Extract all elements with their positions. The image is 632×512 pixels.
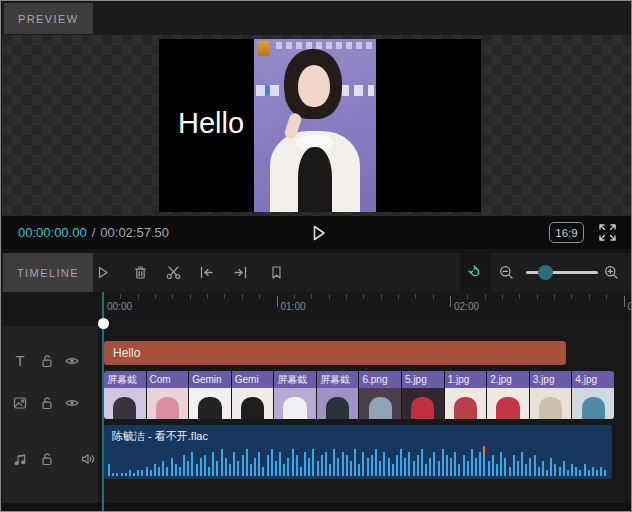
ruler-minor-tick: [415, 294, 416, 299]
zoom-in-button[interactable]: [603, 264, 620, 281]
timeline-tracks: T: [2, 326, 632, 512]
waveform-bar: [262, 467, 264, 476]
image-clip[interactable]: Com: [147, 371, 189, 419]
waveform-bar: [438, 461, 440, 476]
waveform-bar: [116, 473, 118, 476]
image-clip[interactable]: Gemin: [189, 371, 231, 419]
video-frame[interactable]: Hello: [159, 39, 481, 212]
ruler-minor-tick: [606, 294, 607, 299]
waveform-bar: [534, 455, 536, 476]
waveform-bar: [300, 467, 302, 476]
timeline-zoom-slider[interactable]: [526, 271, 598, 274]
waveform-bar: [250, 464, 252, 476]
image-clip[interactable]: 屏幕截: [104, 371, 146, 419]
text-clip[interactable]: Hello: [104, 341, 566, 365]
image-clip-label: 1.jpg: [445, 371, 487, 388]
zoom-out-button[interactable]: [498, 264, 515, 281]
waveform-bar: [500, 452, 502, 476]
waveform-bar: [429, 458, 431, 476]
bookmark-button[interactable]: [268, 264, 285, 281]
image-clip[interactable]: 6.png: [359, 371, 401, 419]
image-clip[interactable]: 2.jpg: [487, 371, 529, 419]
video-editor-window: PREVIEW Hello 00:00:00.00 / 00:0: [0, 0, 632, 512]
waveform-bar: [242, 455, 244, 476]
fullscreen-button[interactable]: [598, 223, 617, 242]
waveform-bar: [287, 458, 289, 476]
timeline-ruler[interactable]: 00:0001:0002:0003:00: [2, 292, 632, 326]
audio-track-mute-toggle[interactable]: [80, 451, 96, 467]
thumbnail-figure: [241, 397, 264, 419]
waveform-bar: [271, 449, 273, 476]
image-clip[interactable]: Gemi: [232, 371, 274, 419]
image-track-visibility-toggle[interactable]: [64, 395, 80, 411]
waveform-bar: [342, 452, 344, 476]
text-track-lock-toggle[interactable]: [39, 353, 55, 369]
image-clip[interactable]: 4.jpg: [572, 371, 614, 419]
preview-tab-label: PREVIEW: [18, 13, 79, 25]
waveform-bar: [467, 461, 469, 476]
image-clip-label: 屏幕截: [317, 371, 359, 388]
waveform-bar: [604, 470, 606, 476]
waveform-bar: [175, 464, 177, 476]
tab-timeline[interactable]: TIMELINE: [3, 253, 93, 292]
ruler-minor-tick: [329, 294, 330, 299]
ruler-minor-tick: [311, 294, 312, 299]
waveform-bar: [154, 464, 156, 476]
audio-track-lock-toggle[interactable]: [39, 451, 55, 467]
scissors-icon: [165, 264, 182, 281]
play-button[interactable]: [307, 222, 329, 244]
snap-toggle-button[interactable]: [460, 253, 491, 292]
ruler-minor-tick: [346, 294, 347, 299]
tab-preview[interactable]: PREVIEW: [4, 3, 93, 34]
waveform-bar: [141, 470, 143, 476]
image-clip[interactable]: 3.jpg: [530, 371, 572, 419]
preview-canvas: Hello: [2, 35, 632, 216]
image-clip-lane: 屏幕截ComGeminGemi屏幕截屏幕截6.png5.jpg1.jpg2.jp…: [104, 371, 614, 419]
waveform-bar: [246, 449, 248, 476]
ruler-time-label: 01:00: [281, 301, 306, 312]
delete-button[interactable]: [132, 264, 149, 281]
waveform-bar: [325, 452, 327, 476]
ruler-minor-tick: [294, 294, 295, 299]
seek-start-button[interactable]: [198, 264, 215, 281]
image-clip-label: 3.jpg: [530, 371, 572, 388]
playhead-handle[interactable]: [98, 318, 109, 329]
zoom-in-icon: [603, 264, 620, 281]
audio-clip[interactable]: 陈毓洁 - 看不开.flac: [104, 425, 612, 479]
waveform-bar: [216, 461, 218, 476]
zoom-slider-thumb[interactable]: [538, 265, 553, 280]
waveform-bar: [225, 458, 227, 476]
waveform-bar: [179, 467, 181, 476]
image-track-lock-toggle[interactable]: [39, 395, 55, 411]
waveform-bar: [321, 455, 323, 476]
play-icon: [94, 264, 111, 281]
text-track-visibility-toggle[interactable]: [64, 353, 80, 369]
seek-end-button[interactable]: [232, 264, 249, 281]
ruler-minor-tick: [155, 294, 156, 299]
playback-bar: 00:00:00.00 / 00:02:57.50 16:9: [2, 216, 632, 249]
waveform-bar: [504, 458, 506, 476]
waveform-bar: [196, 464, 198, 476]
image-clip[interactable]: 屏幕截: [274, 371, 316, 419]
image-clip-label: 5.jpg: [402, 371, 444, 388]
waveform-bar: [463, 455, 465, 476]
image-clip-label: Gemi: [232, 371, 274, 388]
image-clip[interactable]: 5.jpg: [402, 371, 444, 419]
image-clip-thumbnail: [317, 388, 359, 419]
image-clip[interactable]: 屏幕截: [317, 371, 359, 419]
split-button[interactable]: [165, 264, 182, 281]
aspect-ratio-badge[interactable]: 16:9: [549, 222, 584, 243]
ruler-minor-tick: [120, 294, 121, 299]
waveform-bar: [521, 452, 523, 476]
image-clip-label: Gemin: [189, 371, 231, 388]
waveform-bar: [337, 458, 339, 476]
trash-icon: [132, 264, 149, 281]
timeline-play-button[interactable]: [94, 264, 111, 281]
image-clip-thumbnail: [530, 388, 572, 419]
ruler-minor-tick: [138, 294, 139, 299]
ruler-time-label: 02:00: [454, 301, 479, 312]
waveform-bar: [371, 455, 373, 476]
image-track-header: [2, 387, 98, 419]
image-clip[interactable]: 1.jpg: [445, 371, 487, 419]
waveform-bar: [308, 458, 310, 476]
